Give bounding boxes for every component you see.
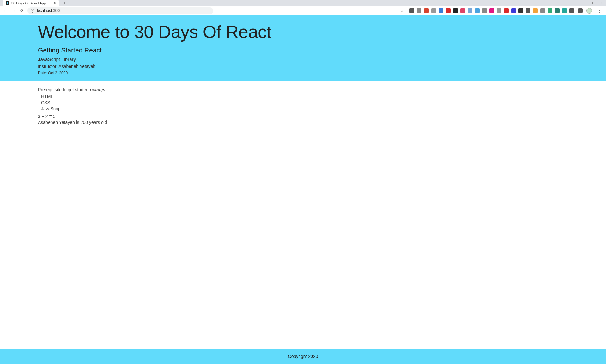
extension-icon[interactable] [453,8,458,13]
forward-button[interactable]: → [11,8,16,13]
prereq-list: HTMLCSSJavaScript [38,94,568,112]
back-button[interactable]: ← [3,8,8,13]
extension-icon[interactable] [475,8,480,13]
tab-bar: 30 Days Of React App × + — ☐ × [0,0,606,6]
list-item: JavaScript [41,106,568,112]
prereq-suffix: : [105,87,106,92]
new-tab-button[interactable]: + [61,0,68,6]
page-viewport: Welcome to 30 Days Of React Getting Star… [0,15,606,364]
address-bar[interactable]: i localhost:3000 [27,7,213,14]
extension-icon[interactable] [431,8,436,13]
chrome-menu-icon[interactable]: ⋮ [596,8,603,14]
list-item: CSS [41,100,568,106]
age-line: Asabeneh Yetayeh is 200 years old [38,119,568,126]
extension-icon[interactable] [460,8,465,13]
react-favicon-icon [6,1,9,5]
library-text: JavaScript Library [38,57,568,62]
extension-icon[interactable] [526,8,530,13]
reload-button[interactable]: ⟳ [20,8,24,13]
bookmark-star-icon[interactable]: ☆ [400,8,404,13]
extension-icon[interactable] [497,8,501,13]
extensions-row [409,8,574,13]
extension-icon[interactable] [446,8,451,13]
date-text: Date: Oct 2, 2020 [38,71,568,75]
extension-icon[interactable] [424,8,429,13]
extension-icon[interactable] [540,8,545,13]
extension-icon[interactable] [548,8,552,13]
browser-chrome: 30 Days Of React App × + — ☐ × ← → ⟳ i l… [0,0,606,15]
main-content: Prerequisite to get started react.js: HT… [0,81,606,349]
close-tab-icon[interactable]: × [54,1,56,5]
profile-avatar[interactable] [586,8,592,14]
prereq-em: react.js [90,87,105,92]
page-footer: Copyright 2020 [0,349,606,364]
page-subtitle: Getting Started React [38,46,568,54]
extension-icon[interactable] [489,8,494,13]
close-window-icon[interactable]: × [601,1,603,5]
prereq-prefix: Prerequisite to get started [38,87,90,92]
browser-toolbar: ← → ⟳ i localhost:3000 ☆ ⋮ [0,6,606,15]
instructor-text: Instructor: Asabeneh Yetayeh [38,64,568,69]
extension-icon[interactable] [439,8,443,13]
extension-icon[interactable] [511,8,516,13]
extension-icon[interactable] [533,8,538,13]
extension-icon[interactable] [569,8,574,13]
list-item: HTML [41,94,568,100]
extension-icon[interactable] [482,8,487,13]
copyright-text: Copyright 2020 [288,354,318,359]
extension-icon[interactable] [417,8,421,13]
extension-icon[interactable] [555,8,560,13]
maximize-icon[interactable]: ☐ [592,1,596,5]
window-controls: — ☐ × [583,0,603,6]
prereq-line: Prerequisite to get started react.js: [38,87,568,92]
page-title: Welcome to 30 Days Of React [38,21,568,42]
url-host: localhost: [37,9,53,13]
site-info-icon[interactable]: i [31,9,34,13]
tab-title: 30 Days Of React App [11,1,52,5]
extension-icon[interactable] [409,8,414,13]
extension-icon[interactable] [562,8,567,13]
extension-icon[interactable] [468,8,472,13]
extensions-puzzle-icon[interactable] [578,8,583,13]
extension-icon[interactable] [504,8,509,13]
extension-icon[interactable] [518,8,523,13]
minimize-icon[interactable]: — [583,1,586,5]
browser-tab[interactable]: 30 Days Of React App × [3,0,59,6]
page-header: Welcome to 30 Days Of React Getting Star… [0,15,606,81]
math-line: 3 + 2 = 5 [38,113,568,120]
url-port: 3000 [53,9,62,13]
